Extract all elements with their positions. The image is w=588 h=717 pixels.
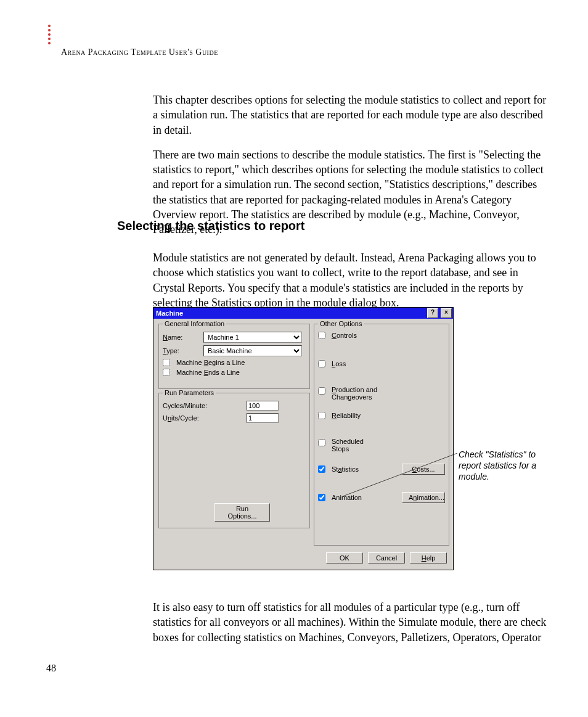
close-icon[interactable]: × bbox=[441, 308, 452, 318]
cycles-input[interactable] bbox=[247, 401, 279, 411]
loss-checkbox[interactable] bbox=[318, 360, 325, 367]
prodchange-label: Production andChangeovers bbox=[332, 386, 377, 401]
ok-button[interactable]: OK bbox=[326, 552, 363, 563]
trailing-para: It is also easy to turn off statistics f… bbox=[153, 589, 547, 656]
dialog-title: Machine bbox=[156, 308, 183, 319]
group-run-legend: Run Parameters bbox=[163, 389, 216, 396]
dialog-footer: OK Cancel Help bbox=[326, 552, 447, 563]
units-input[interactable] bbox=[247, 413, 279, 423]
cycles-label: Cycles/Minute: bbox=[163, 402, 243, 409]
controls-checkbox[interactable] bbox=[318, 332, 325, 339]
units-label: Units/Cycle: bbox=[163, 414, 243, 422]
animation-button[interactable]: Animation... bbox=[402, 492, 445, 503]
annotation-text: Check "Statistics" to report statistics … bbox=[459, 449, 551, 483]
loss-label: Loss bbox=[332, 360, 346, 367]
group-run-params: Run Parameters Cycles/Minute: Units/Cycl… bbox=[158, 393, 310, 528]
costs-button[interactable]: Costs... bbox=[402, 464, 445, 475]
margin-bullets bbox=[48, 25, 51, 44]
animation-label: Animation bbox=[332, 494, 362, 501]
prodchange-checkbox[interactable] bbox=[318, 387, 325, 395]
schedstops-label: ScheduledStops bbox=[332, 438, 364, 453]
group-other-legend: Other Options bbox=[318, 320, 364, 327]
machine-dialog: Machine ? × General Information Name: Ma… bbox=[153, 307, 454, 570]
run-options-button[interactable]: Run Options... bbox=[214, 503, 270, 522]
para-3: Module statistics are not generated by d… bbox=[153, 250, 547, 310]
ends-line-label: Machine Ends a Line bbox=[176, 369, 240, 376]
ends-line-checkbox[interactable] bbox=[163, 369, 170, 376]
para-4: It is also easy to turn off statistics f… bbox=[153, 600, 547, 645]
dialog-titlebar: Machine ? × bbox=[153, 308, 453, 319]
cancel-button[interactable]: Cancel bbox=[368, 552, 405, 563]
name-label: Name: bbox=[163, 334, 200, 341]
begins-line-checkbox[interactable] bbox=[163, 359, 170, 366]
group-other-options: Other Options Controls Loss Production a… bbox=[314, 324, 449, 546]
animation-checkbox[interactable] bbox=[318, 494, 325, 501]
reliability-label: Reliability bbox=[332, 412, 361, 419]
statistics-label: Statistics bbox=[332, 465, 359, 473]
help-button[interactable]: Help bbox=[410, 552, 447, 563]
section-heading: Selecting the statistics to report bbox=[117, 219, 305, 233]
group-general-legend: General Information bbox=[163, 320, 226, 327]
group-general-info: General Information Name: Machine 1 Type… bbox=[158, 324, 310, 389]
statistics-checkbox[interactable] bbox=[318, 465, 325, 473]
help-icon[interactable]: ? bbox=[427, 308, 438, 318]
schedstops-checkbox[interactable] bbox=[318, 439, 325, 446]
type-select[interactable]: Basic Machine bbox=[203, 345, 302, 356]
running-header: Arena Packaging Template User's Guide bbox=[61, 47, 218, 57]
page-number: 48 bbox=[46, 663, 56, 674]
name-select[interactable]: Machine 1 bbox=[203, 332, 302, 343]
para-1: This chapter describes options for selec… bbox=[153, 92, 547, 137]
begins-line-label: Machine Begins a Line bbox=[176, 359, 245, 366]
reliability-checkbox[interactable] bbox=[318, 412, 325, 419]
type-label: Type: bbox=[163, 347, 200, 354]
controls-label: Controls bbox=[332, 332, 357, 339]
